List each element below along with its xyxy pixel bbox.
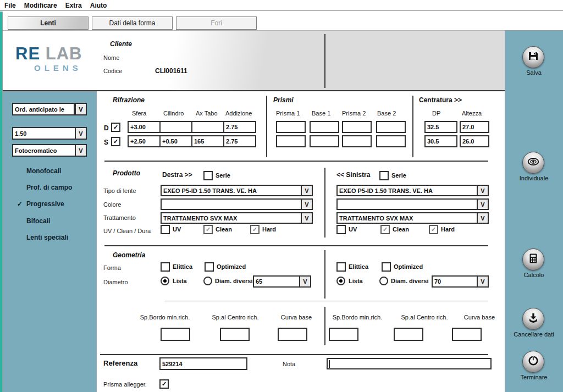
base2-s-field[interactable] [376, 135, 406, 147]
clean-destra-checkbox[interactable]: ✓ [203, 225, 213, 234]
chevron-down-icon[interactable]: V [477, 213, 488, 223]
addizione-d-field[interactable]: 2.75 [223, 121, 256, 133]
altezza-d-field[interactable]: 27.0 [460, 121, 489, 133]
index-combo[interactable]: 1.50 V [12, 127, 87, 140]
client-code-label: Codice [103, 68, 122, 74]
lens-type-sinistra-value: EXEO P5-ID 1.50 TRANS. VE. HA [338, 186, 477, 195]
sidebar-item-bifocali[interactable]: Bifocali [26, 217, 50, 225]
cilindro-d-field[interactable] [159, 121, 192, 133]
menu-extra[interactable]: Extra [65, 2, 82, 9]
treatment-sinistra-combo[interactable]: TRATTAMENTO SVX MAX V [336, 212, 489, 224]
chevron-down-icon[interactable]: V [477, 277, 488, 286]
ax-d-field[interactable] [191, 121, 224, 133]
base1-d-field[interactable] [310, 121, 339, 133]
chevron-down-icon[interactable]: V [477, 186, 488, 195]
cilindro-s-field[interactable]: +0.50 [159, 135, 192, 147]
thk-edge-sinistra-field[interactable] [329, 328, 358, 341]
divider [324, 168, 325, 238]
col-base1: Base 1 [312, 110, 330, 117]
optimized-sinistra-checkbox[interactable] [382, 262, 391, 272]
salva-button[interactable] [522, 46, 544, 68]
index-combo-value: 1.50 [13, 128, 75, 139]
diversi-destra-radio[interactable] [203, 277, 212, 285]
thk-base-destra-label: Curva base [281, 314, 312, 321]
chevron-down-icon[interactable]: V [301, 200, 312, 209]
order-type-combo[interactable]: Ord. anticipato le [12, 103, 75, 115]
thk-base-destra-field[interactable] [278, 328, 307, 341]
chevron-down-icon[interactable]: V [75, 128, 86, 139]
menu-aiuto[interactable]: Aiuto [90, 2, 107, 9]
col-prisma2: Prisma 2 [342, 110, 366, 117]
prism-lighten-label: Prisma allegger. [103, 381, 147, 388]
diameter-sinistra-combo[interactable]: 70 V [432, 275, 489, 288]
prism-lighten-checkbox[interactable]: ✓ [159, 379, 169, 389]
prisma2-d-field[interactable] [342, 121, 372, 133]
prisma1-s-field[interactable] [276, 135, 306, 147]
menu-modificare[interactable]: Modificare [24, 2, 57, 9]
order-type-combo-button[interactable]: V [75, 103, 87, 115]
row-s-checkbox[interactable]: ✓ [111, 137, 120, 146]
dp-d-field[interactable]: 32.5 [424, 121, 457, 133]
individuale-button[interactable] [522, 152, 544, 174]
elittica-destra-checkbox[interactable] [161, 262, 170, 272]
reference-field[interactable]: 529214 [159, 357, 247, 370]
addizione-s-field[interactable]: 2.75 [223, 135, 256, 147]
tab-lenti[interactable]: Lenti [8, 16, 89, 30]
prisma1-d-field[interactable] [276, 121, 306, 133]
color-sinistra-combo[interactable]: V [336, 198, 489, 210]
sidebar-item-prof-di-campo[interactable]: Prof. di campo [26, 184, 72, 191]
sfera-d-field[interactable]: +3.00 [128, 121, 161, 133]
ax-s-field[interactable]: 165 [191, 135, 224, 147]
divider [100, 354, 488, 355]
row-d-checkbox[interactable]: ✓ [111, 123, 120, 132]
note-field[interactable] [327, 358, 492, 369]
hard-sinistra-checkbox[interactable]: ✓ [429, 225, 438, 234]
treatment-destra-combo[interactable]: TRATTAMENTO SVX MAX V [161, 212, 313, 224]
color-destra-combo[interactable]: V [161, 198, 313, 210]
chevron-down-icon[interactable]: V [477, 200, 488, 209]
altezza-s-field[interactable]: 26.0 [460, 135, 489, 147]
thk-center-sinistra-field[interactable] [394, 328, 423, 341]
hard-sinistra-label: Hard [441, 226, 455, 233]
material-combo[interactable]: Fotocromatico V [12, 144, 87, 157]
uv-destra-checkbox[interactable] [161, 225, 170, 234]
lista-destra-radio[interactable] [161, 277, 169, 285]
chevron-down-icon[interactable]: V [301, 186, 312, 195]
elittica-sinistra-checkbox[interactable] [336, 262, 346, 272]
diversi-sinistra-radio[interactable] [379, 277, 388, 285]
serie-sinistra-checkbox[interactable] [379, 171, 389, 180]
diameter-sinistra-value: 70 [433, 277, 477, 286]
base2-d-field[interactable] [376, 121, 406, 133]
menu-file[interactable]: File [4, 2, 16, 9]
lista-sinistra-radio[interactable] [336, 277, 345, 285]
tab-dati-della-forma[interactable]: Dati della forma [92, 16, 173, 30]
prisma2-s-field[interactable] [342, 135, 372, 147]
sfera-s-field[interactable]: +2.50 [128, 135, 161, 147]
uv-sinistra-checkbox[interactable] [336, 225, 346, 234]
logo-re: RE [15, 44, 40, 63]
diameter-destra-combo[interactable]: 65 V [253, 275, 311, 288]
hard-destra-checkbox[interactable]: ✓ [250, 225, 260, 234]
sidebar-item-progressive[interactable]: Progressive [26, 200, 64, 208]
sidebar-item-monofocali[interactable]: Monofocali [26, 167, 61, 175]
lens-type-destra-combo[interactable]: EXEO P5-ID 1.50 TRANS. VE. HA V [161, 185, 313, 196]
terminare-button[interactable] [522, 351, 544, 373]
cancellare-dati-button[interactable] [522, 308, 544, 330]
diversi-sinistra-label: Diam. diversi [391, 278, 428, 284]
thk-center-destra-field[interactable] [220, 328, 250, 341]
serie-destra-checkbox[interactable] [203, 171, 213, 180]
clean-sinistra-label: Clean [393, 226, 409, 233]
sidebar-item-lenti-speciali[interactable]: Lenti speciali [26, 234, 68, 241]
thk-base-sinistra-field[interactable] [452, 328, 482, 341]
optimized-destra-checkbox[interactable] [205, 262, 214, 272]
thk-edge-destra-field[interactable] [161, 328, 190, 341]
base1-s-field[interactable] [310, 135, 339, 147]
calcolo-button[interactable] [522, 249, 544, 270]
lens-type-sinistra-combo[interactable]: EXEO P5-ID 1.50 TRANS. VE. HA V [336, 185, 489, 196]
chevron-down-icon[interactable]: V [299, 277, 310, 286]
clean-sinistra-checkbox[interactable]: ✓ [380, 225, 390, 234]
chevron-down-icon[interactable]: V [75, 145, 86, 156]
lista-destra-label: Lista [173, 278, 187, 284]
chevron-down-icon[interactable]: V [301, 213, 312, 223]
dp-s-field[interactable]: 30.5 [424, 135, 457, 147]
